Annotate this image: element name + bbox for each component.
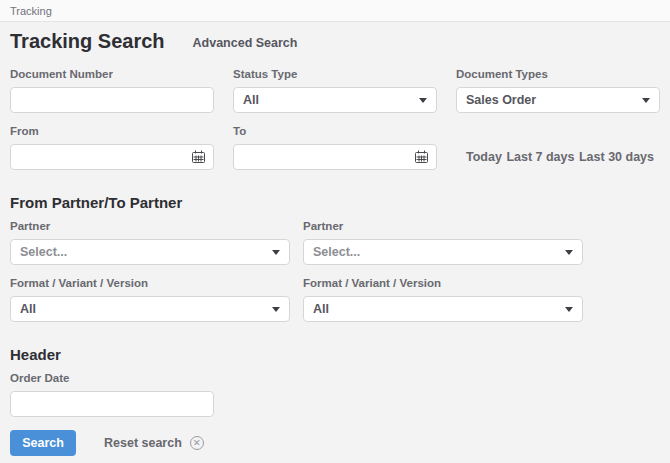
to-format-select[interactable]: All bbox=[303, 296, 583, 322]
quick-ranges-column: Today Last 7 days Last 30 days bbox=[456, 125, 660, 170]
order-date-row: Order Date bbox=[10, 372, 660, 417]
status-type-field: Status Type All bbox=[233, 68, 437, 113]
document-types-field: Document Types Sales Order bbox=[456, 68, 660, 113]
caret-down-icon bbox=[272, 250, 280, 255]
circle-x-icon: ✕ bbox=[190, 436, 204, 450]
status-type-select[interactable]: All bbox=[233, 87, 437, 113]
from-format-select[interactable]: All bbox=[10, 296, 290, 322]
search-button[interactable]: Search bbox=[10, 430, 76, 456]
advanced-search-link[interactable]: Advanced Search bbox=[193, 36, 298, 50]
header-section-title: Header bbox=[10, 346, 660, 363]
from-partner-label: Partner bbox=[10, 220, 290, 232]
from-format-label: Format / Variant / Version bbox=[10, 277, 290, 289]
document-types-label: Document Types bbox=[456, 68, 660, 80]
calendar-icon[interactable] bbox=[191, 150, 206, 164]
caret-down-icon bbox=[565, 250, 573, 255]
from-format-field: Format / Variant / Version All bbox=[10, 277, 290, 322]
status-type-label: Status Type bbox=[233, 68, 437, 80]
to-partner-select[interactable]: Select... bbox=[303, 239, 583, 265]
to-date-input[interactable] bbox=[233, 144, 437, 170]
from-date-label: From bbox=[10, 125, 214, 137]
document-number-field: Document Number bbox=[10, 68, 214, 113]
breadcrumb-bar: Tracking bbox=[0, 0, 670, 22]
caret-down-icon bbox=[272, 307, 280, 312]
to-date-label: To bbox=[233, 125, 437, 137]
from-date-input[interactable] bbox=[10, 144, 214, 170]
reset-search-label: Reset search bbox=[104, 436, 182, 450]
to-date-field: To bbox=[233, 125, 437, 170]
partner-row: Partner Select... Partner Select... bbox=[10, 220, 660, 265]
to-partner-value: Select... bbox=[313, 245, 360, 259]
breadcrumb[interactable]: Tracking bbox=[10, 5, 52, 17]
partner-section-title: From Partner/To Partner bbox=[10, 194, 660, 211]
document-number-label: Document Number bbox=[10, 68, 214, 80]
quick-range-today[interactable]: Today bbox=[466, 150, 502, 164]
from-date-field: From bbox=[10, 125, 214, 170]
filter-row-2: From To bbox=[10, 125, 660, 170]
calendar-icon[interactable] bbox=[414, 150, 429, 164]
from-partner-value: Select... bbox=[20, 245, 67, 259]
page-title: Tracking Search bbox=[10, 30, 165, 53]
quick-range-last-7-days[interactable]: Last 7 days bbox=[506, 150, 574, 164]
filter-row-1: Document Number Status Type All Document… bbox=[10, 68, 660, 113]
to-partner-field: Partner Select... bbox=[303, 220, 583, 265]
caret-down-icon bbox=[565, 307, 573, 312]
to-format-label: Format / Variant / Version bbox=[303, 277, 583, 289]
from-format-value: All bbox=[20, 302, 36, 316]
caret-down-icon bbox=[419, 98, 427, 103]
document-types-select[interactable]: Sales Order bbox=[456, 87, 660, 113]
status-type-value: All bbox=[243, 93, 259, 107]
caret-down-icon bbox=[642, 98, 650, 103]
document-number-input[interactable] bbox=[10, 87, 214, 113]
to-partner-label: Partner bbox=[303, 220, 583, 232]
actions-row: Search Reset search ✕ bbox=[10, 430, 660, 456]
to-format-value: All bbox=[313, 302, 329, 316]
reset-search-button[interactable]: Reset search ✕ bbox=[104, 436, 204, 450]
quick-range-last-30-days[interactable]: Last 30 days bbox=[579, 150, 654, 164]
order-date-input[interactable] bbox=[10, 391, 214, 417]
to-format-field: Format / Variant / Version All bbox=[303, 277, 583, 322]
document-types-value: Sales Order bbox=[466, 93, 536, 107]
from-partner-select[interactable]: Select... bbox=[10, 239, 290, 265]
from-partner-field: Partner Select... bbox=[10, 220, 290, 265]
main-content: Tracking Search Advanced Search Document… bbox=[0, 30, 670, 456]
format-row: Format / Variant / Version All Format / … bbox=[10, 277, 660, 322]
order-date-field: Order Date bbox=[10, 372, 214, 417]
page-header: Tracking Search Advanced Search bbox=[10, 30, 660, 53]
order-date-label: Order Date bbox=[10, 372, 214, 384]
